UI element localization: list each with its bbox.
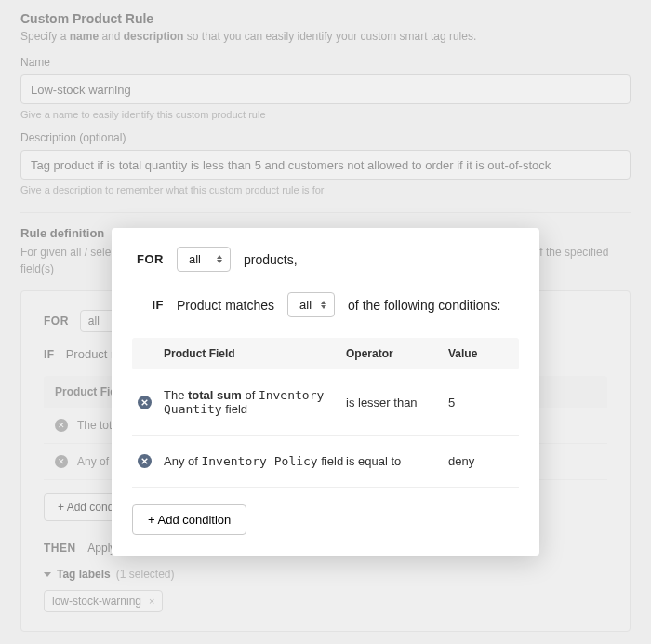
conditions-table-header: Product Field Operator Value — [132, 338, 519, 369]
condition-operator: is equal to — [346, 454, 448, 468]
condition-value: 5 — [448, 396, 513, 409]
condition-operator: is lesser than — [346, 396, 448, 409]
for-suffix-label: products, — [244, 252, 298, 267]
condition-row: Any of Inventory Policy field is equal t… — [132, 436, 519, 488]
col-product-field: Product Field — [164, 347, 346, 360]
close-icon — [141, 399, 148, 406]
stepper-icon — [217, 255, 222, 263]
if-prefix-label: Product matches — [177, 298, 274, 313]
condition-row: The total sum of Inventory Quantity fiel… — [132, 369, 519, 436]
modal-if-row: IF Product matches all of the following … — [132, 292, 519, 317]
col-value: Value — [448, 347, 513, 360]
remove-condition-button[interactable] — [138, 454, 152, 468]
match-mode-select[interactable]: all — [287, 292, 335, 317]
condition-value: deny — [448, 454, 513, 468]
condition-field-text: The total sum of Inventory Quantity fiel… — [164, 388, 346, 416]
add-condition-button[interactable]: + Add condition — [132, 504, 246, 535]
condition-field-text: Any of Inventory Policy field — [164, 454, 346, 468]
for-keyword: FOR — [132, 252, 164, 266]
modal-for-row: FOR all products, — [132, 247, 519, 272]
if-suffix-label: of the following conditions: — [348, 298, 500, 313]
for-scope-select[interactable]: all — [177, 247, 231, 272]
close-icon — [141, 458, 148, 464]
col-operator: Operator — [346, 347, 448, 360]
rule-conditions-modal: FOR all products, IF Product matches all… — [112, 228, 539, 556]
stepper-icon — [321, 301, 326, 309]
remove-condition-button[interactable] — [138, 396, 152, 409]
if-keyword: IF — [132, 298, 164, 312]
